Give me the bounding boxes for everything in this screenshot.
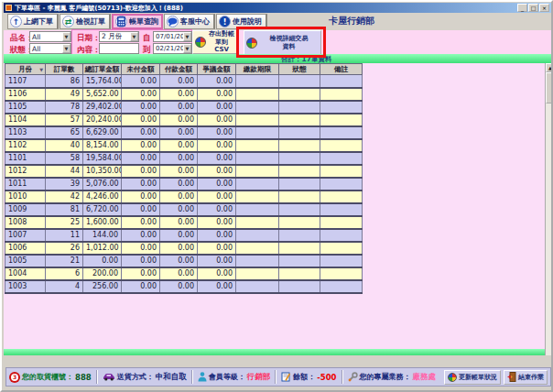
table-row[interactable]: 1005210.000.000.000.00 <box>5 255 363 267</box>
chevron-down-icon[interactable]: ▼ <box>130 32 138 41</box>
divider <box>96 370 98 384</box>
update-billing-button[interactable]: 更新帳單狀況 <box>444 370 501 385</box>
table-cell: 0.00 <box>83 255 122 267</box>
table-cell: 4 <box>46 280 83 293</box>
table-row[interactable]: 1103656,629.000.000.000.00 <box>5 126 363 139</box>
table-cell: 0.00 <box>122 242 160 255</box>
table-row[interactable]: 11045720,240.000.000.000.00 <box>5 114 363 126</box>
sort-icon[interactable]: ▼ <box>39 67 43 72</box>
table-cell: 0.00 <box>122 178 160 191</box>
table-cell: 0.00 <box>198 203 236 216</box>
column-header[interactable]: 訂單數 <box>46 64 83 75</box>
close-button[interactable]: × <box>539 4 549 12</box>
table-cell: 0.00 <box>122 229 160 242</box>
column-header[interactable]: 總訂單金額 <box>83 64 122 75</box>
date-filter-select[interactable]: 2 月份 ▼ <box>99 31 139 42</box>
table-cell: 1006 <box>5 242 46 255</box>
status-filter-select[interactable]: All ▼ <box>29 43 71 54</box>
table-row[interactable]: 11015819,584.000.000.000.00 <box>5 152 363 165</box>
minimize-button[interactable]: _ <box>517 4 527 12</box>
table-cell: 1106 <box>5 88 46 101</box>
table-cell: 1005 <box>5 255 46 267</box>
table-cell: 0.00 <box>160 203 198 216</box>
table-cell <box>236 165 279 178</box>
from-date-field[interactable]: 07/01/2013 ▼ <box>153 31 192 42</box>
toolbar-button-customer-service[interactable]: 客服中心 <box>164 14 215 29</box>
table-cell: 0.00 <box>122 139 160 152</box>
table-cell <box>279 88 320 101</box>
table-cell: 57 <box>46 114 83 126</box>
scrollbar-thumb[interactable] <box>546 72 553 103</box>
table-cell: 1103 <box>5 126 46 139</box>
table-cell: 0.00 <box>198 178 236 191</box>
column-header[interactable]: 繳款期限 <box>236 64 279 75</box>
table-row[interactable]: 1006261,012.000.000.000.00 <box>5 242 363 255</box>
column-header[interactable]: 備註 <box>320 64 363 75</box>
table-row[interactable]: 1009816,720.000.000.000.00 <box>5 203 363 216</box>
to-date-field[interactable]: 02/21/2014 ▼ <box>153 43 192 54</box>
table-cell <box>320 114 363 126</box>
product-filter-select[interactable]: All ▼ <box>29 31 71 42</box>
table-row[interactable]: 11057829,402.000.000.000.00 <box>5 101 363 114</box>
scroll-up-icon[interactable]: ▲ <box>546 63 553 72</box>
table-cell <box>236 203 279 216</box>
table-cell: 0.00 <box>160 139 198 152</box>
chevron-down-icon[interactable]: ▼ <box>62 44 70 53</box>
toolbar-button-view-orders[interactable]: ⇄ 檢視訂單 <box>60 14 111 29</box>
column-header[interactable]: 付款金額 <box>160 64 198 75</box>
window-title: 下單專區 - 李麗鳳 客戶編號(50713)-歡迎您加入！(888) <box>15 4 516 13</box>
table-cell <box>279 280 320 293</box>
table-cell: 0.00 <box>122 114 160 126</box>
chevron-down-icon[interactable]: ▼ <box>62 32 70 41</box>
table-cell: 20,240.00 <box>83 114 122 126</box>
table-cell <box>320 229 363 242</box>
toolbar-button-online-order[interactable]: ↑ 上網下單 <box>7 14 59 29</box>
export-csv-button[interactable]: 存出對帳單到CSV <box>192 30 238 54</box>
vertical-scrollbar[interactable]: ▲ ▼ <box>545 63 553 392</box>
table-cell: 1101 <box>5 152 46 165</box>
table-row[interactable]: 1106495,652.000.000.000.00 <box>5 88 363 101</box>
divider <box>275 370 276 384</box>
table-cell: 1004 <box>5 267 46 280</box>
table-cell: 0.00 <box>160 126 198 139</box>
table-cell <box>236 126 279 139</box>
column-header[interactable]: 爭議金額 <box>198 64 236 75</box>
table-row[interactable]: 11078615,764.000.000.000.00 <box>5 75 363 88</box>
table-cell <box>236 242 279 255</box>
content-area: 品名： All ▼ 日期： 2 月份 ▼ 自： 07/01/2013 ▼ 狀態：… <box>4 30 553 392</box>
table-row[interactable]: 1102408,154.000.000.000.00 <box>5 139 363 152</box>
table-cell: 1,600.00 <box>83 216 122 229</box>
column-header[interactable]: 狀態 <box>279 64 320 75</box>
table-row[interactable]: 10034256.000.000.000.00 <box>5 280 363 293</box>
bottom-green-strip <box>4 349 545 355</box>
table-cell <box>279 203 320 216</box>
table-cell: 0.00 <box>198 126 236 139</box>
table-cell: 4,246.00 <box>83 191 122 203</box>
maximize-button[interactable]: □ <box>528 4 538 12</box>
table-cell: 40 <box>46 139 83 152</box>
table-row[interactable]: 1011395,076.000.000.000.00 <box>5 178 363 191</box>
table-row[interactable]: 1010424,246.000.000.000.00 <box>5 191 363 203</box>
table-cell: 5,652.00 <box>83 88 122 101</box>
table-cell: 0.00 <box>122 280 160 293</box>
table-row[interactable]: 100711144.000.000.000.00 <box>5 229 363 242</box>
exit-button[interactable]: 結束作業 <box>504 370 548 385</box>
table-row[interactable]: 1008251,600.000.000.000.00 <box>5 216 363 229</box>
table-cell <box>320 216 363 229</box>
column-header[interactable]: 未付金額 <box>122 64 160 75</box>
table-cell: 0.00 <box>122 126 160 139</box>
content-input[interactable] <box>99 43 139 54</box>
chevron-down-icon[interactable]: ▼ <box>183 32 191 41</box>
table-row[interactable]: 10124410,350.000.000.000.00 <box>5 165 363 178</box>
toolbar-button-billing-query[interactable]: 帳單查詢 <box>112 14 163 29</box>
table-cell: 0.00 <box>198 139 236 152</box>
table-cell <box>320 242 363 255</box>
column-header[interactable]: 月份▼ <box>5 64 46 75</box>
chevron-down-icon[interactable]: ▼ <box>183 44 191 53</box>
table-cell <box>236 229 279 242</box>
table-cell: 0.00 <box>198 152 236 165</box>
delivery-method: 中和自取 <box>156 372 187 383</box>
table-cell: 0.00 <box>160 114 198 126</box>
table-row[interactable]: 10046200.000.000.000.00 <box>5 267 363 280</box>
table-cell <box>236 267 279 280</box>
